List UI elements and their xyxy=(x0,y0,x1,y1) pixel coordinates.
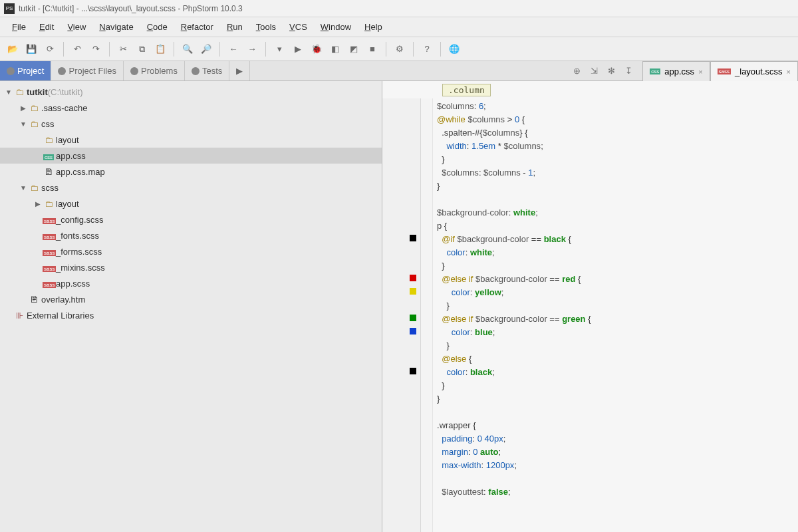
code-line[interactable]: @while $columns > 0 { xyxy=(437,113,794,126)
tree-item-css[interactable]: ▼🗀css xyxy=(0,116,382,132)
menu-help[interactable]: Help xyxy=(358,19,389,35)
color-swatch[interactable] xyxy=(410,315,416,321)
code-line[interactable]: } xyxy=(437,259,794,273)
code-line[interactable]: } xyxy=(437,339,794,352)
close-tab-icon[interactable]: × xyxy=(787,68,791,76)
tree-item-_forms-scss[interactable]: sass_forms.scss xyxy=(0,243,382,259)
code-line[interactable]: .wrapper { xyxy=(437,419,794,432)
code-line[interactable]: width: 1.5em * $columns; xyxy=(437,140,794,153)
code-line[interactable]: color: blue; xyxy=(437,326,794,339)
editor-tab-app-css[interactable]: cssapp.css× xyxy=(642,61,710,81)
menu-vcs[interactable]: VCS xyxy=(283,19,314,35)
settings-button[interactable]: ⚙ xyxy=(392,42,407,57)
menu-refactor[interactable]: Refactor xyxy=(174,19,220,35)
help-button[interactable]: ? xyxy=(420,42,434,57)
color-swatch[interactable] xyxy=(410,288,416,295)
project-tree[interactable]: ▼🗀tutkit (C:\tutkit)▶🗀.sass-cache▼🗀css🗀l… xyxy=(0,81,382,532)
tree-item-app-scss[interactable]: sassapp.scss xyxy=(0,275,382,291)
tree-item-layout[interactable]: ▶🗀layout xyxy=(0,196,382,211)
tree-item-scss[interactable]: ▼🗀scss xyxy=(0,180,382,196)
code-line[interactable]: color: black; xyxy=(437,366,794,379)
coverage-button[interactable]: ◧ xyxy=(328,42,342,57)
code-line[interactable]: @if $background-color == black { xyxy=(437,233,794,246)
collapse-icon[interactable]: ⇲ xyxy=(591,66,601,76)
code-line[interactable]: $background-color: white; xyxy=(437,206,794,219)
menu-view[interactable]: View xyxy=(61,19,92,35)
tree-item-app-css[interactable]: cssapp.css xyxy=(0,148,382,164)
stop-button[interactable]: ■ xyxy=(365,42,380,57)
close-tab-icon[interactable]: × xyxy=(698,68,702,76)
menu-code[interactable]: Code xyxy=(140,19,174,35)
tree-item-app-css-map[interactable]: 🖹app.css.map xyxy=(0,164,382,180)
color-swatch[interactable] xyxy=(410,328,416,334)
tree-item-_mixins-scss[interactable]: sass_mixins.scss xyxy=(0,259,382,275)
code-line[interactable]: @else if $background-color == green { xyxy=(437,313,794,326)
undo-button[interactable]: ↶ xyxy=(70,42,84,57)
toolwindow-tab-problems[interactable]: Problems xyxy=(124,61,185,80)
refresh-button[interactable]: ⟳ xyxy=(43,42,57,57)
code-line[interactable]: } xyxy=(437,299,794,313)
menu-window[interactable]: Window xyxy=(314,19,358,35)
code-line[interactable]: margin: 0 auto; xyxy=(437,446,794,459)
hide-icon[interactable]: ↧ xyxy=(625,66,636,76)
code-line[interactable]: } xyxy=(437,392,794,406)
code-line[interactable]: padding: 0 40px; xyxy=(437,432,794,446)
code-line[interactable]: @else if $background-color == red { xyxy=(437,273,794,286)
menu-edit[interactable]: Edit xyxy=(33,19,61,35)
code-line[interactable]: } xyxy=(437,153,794,166)
code-line[interactable]: .spalten-#{$columns} { xyxy=(437,126,794,140)
code-line[interactable] xyxy=(437,406,794,419)
color-swatch[interactable] xyxy=(410,275,416,281)
tree-item-_fonts-scss[interactable]: sass_fonts.scss xyxy=(0,227,382,243)
open-button[interactable]: 📂 xyxy=(5,42,20,57)
color-swatch[interactable] xyxy=(410,368,416,374)
code-line[interactable]: color: yellow; xyxy=(437,286,794,299)
zoom-in-button[interactable]: 🔍 xyxy=(180,42,195,57)
debug-button[interactable]: 🐞 xyxy=(309,42,324,57)
code-line[interactable] xyxy=(437,472,794,485)
toolwindow-tab-tests[interactable]: Tests xyxy=(185,61,229,80)
toolwindow-tab-project-files[interactable]: Project Files xyxy=(51,61,124,80)
tree-item-_config-scss[interactable]: sass_config.scss xyxy=(0,211,382,227)
toolwindow-tab-project[interactable]: Project xyxy=(0,61,51,80)
run-coverage-button[interactable]: ◩ xyxy=(346,42,361,57)
tree-item-External-Libraries[interactable]: ⊪External Libraries xyxy=(0,307,382,323)
forward-button[interactable]: → xyxy=(245,42,259,57)
locate-icon[interactable]: ⊕ xyxy=(573,66,584,76)
tree-arrow-icon[interactable]: ▶ xyxy=(33,200,43,207)
tree-item-overlay-htm[interactable]: 🖹overlay.htm xyxy=(0,291,382,307)
menu-navigate[interactable]: Navigate xyxy=(92,19,140,35)
code-area[interactable]: $columns: 6;@while $columns > 0 { .spalt… xyxy=(382,98,798,532)
code-line[interactable]: $layouttest: false; xyxy=(437,485,794,499)
code-line[interactable]: p { xyxy=(437,219,794,233)
browser-button[interactable]: 🌐 xyxy=(447,42,462,57)
tree-arrow-icon[interactable]: ▼ xyxy=(19,120,28,128)
run-button[interactable]: ▶ xyxy=(291,42,305,57)
code-line[interactable]: } xyxy=(437,379,794,392)
save-button[interactable]: 💾 xyxy=(24,42,39,57)
code-line[interactable]: $columns: 6; xyxy=(437,100,794,113)
config-dropdown-button[interactable]: ▾ xyxy=(272,42,287,57)
redo-button[interactable]: ↷ xyxy=(88,42,103,57)
tree-item--sass-cache[interactable]: ▶🗀.sass-cache xyxy=(0,100,382,116)
menu-tools[interactable]: Tools xyxy=(249,19,283,35)
code-line[interactable] xyxy=(437,193,794,206)
menu-file[interactable]: File xyxy=(5,19,33,35)
color-swatch[interactable] xyxy=(410,235,416,241)
back-button[interactable]: ← xyxy=(226,42,241,57)
tree-arrow-icon[interactable]: ▼ xyxy=(19,184,28,192)
tree-arrow-icon[interactable]: ▶ xyxy=(19,104,28,112)
copy-button[interactable]: ⧉ xyxy=(134,42,149,57)
tree-item-tutkit[interactable]: ▼🗀tutkit (C:\tutkit) xyxy=(0,84,382,100)
zoom-out-button[interactable]: 🔎 xyxy=(199,42,213,57)
cut-button[interactable]: ✂ xyxy=(116,42,130,57)
code-text[interactable]: $columns: 6;@while $columns > 0 { .spalt… xyxy=(433,98,798,532)
code-line[interactable]: } xyxy=(437,180,794,193)
more-tabs[interactable]: ▶ xyxy=(229,61,250,80)
settings-icon[interactable]: ✻ xyxy=(608,66,618,76)
code-line[interactable]: color: white; xyxy=(437,246,794,259)
fold-column[interactable] xyxy=(421,98,433,532)
paste-button[interactable]: 📋 xyxy=(153,42,168,57)
editor-tab-_layout-scss[interactable]: sass_layout.scss× xyxy=(710,61,798,81)
code-line[interactable]: max-width: 1200px; xyxy=(437,459,794,472)
